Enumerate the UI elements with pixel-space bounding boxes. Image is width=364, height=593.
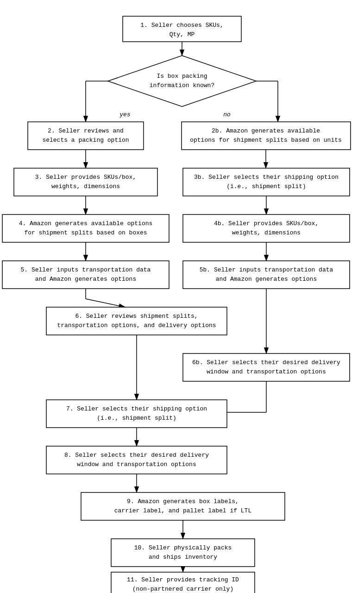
- node-4b-line1: 4b. Seller provides SKUs/box,: [214, 220, 319, 227]
- diamond-line2: information known?: [150, 82, 214, 89]
- node-3-line2: weights, dimensions: [51, 183, 120, 190]
- node-1-line1: 1. Seller chooses SKUs,: [140, 22, 223, 29]
- node-7-line1: 7. Seller selects their shipping option: [66, 405, 207, 412]
- flowchart-diagram: 1. Seller chooses SKUs, Qty, MP Is box p…: [0, 0, 364, 593]
- node-3-line1: 3. Seller provides SKUs/box,: [35, 174, 136, 181]
- node-11-line2: (non-partnered carrier only): [132, 586, 233, 593]
- node-3b-line1: 3b. Seller selects their shipping option: [194, 174, 339, 181]
- node-7-line2: (i.e., shipment split): [97, 415, 176, 422]
- yes-label: yes: [119, 111, 130, 118]
- node-3b-box: [183, 168, 350, 196]
- node-10-box: [111, 539, 255, 567]
- node-9-line1: 9. Amazon generates box labels,: [127, 498, 239, 505]
- node-6-line1: 6. Seller reviews shipment splits,: [75, 313, 198, 320]
- node-8-box: [46, 446, 227, 474]
- node-2b-line1: 2b. Amazon generates available: [212, 127, 320, 134]
- node-2b-box: [182, 122, 351, 150]
- node-9-line2: carrier label, and pallet label if LTL: [114, 507, 251, 514]
- node-9-box: [81, 492, 285, 520]
- node-6b-box: [183, 353, 350, 381]
- node-5b-box: [183, 261, 350, 289]
- node-10-line2: and ships inventory: [149, 554, 217, 561]
- no-label: no: [223, 111, 231, 118]
- node-6-box: [46, 307, 227, 335]
- node-2b-line2: options for shipment splits based on uni…: [190, 137, 342, 144]
- node-5-box: [2, 261, 169, 289]
- node-5b-line2: and Amazon generates options: [216, 276, 317, 283]
- diamond-line1: Is box packing: [157, 73, 207, 80]
- node-4b-box: [183, 214, 350, 242]
- node-7-box: [46, 400, 227, 428]
- node-6-line2: transportation options, and delivery opt…: [57, 322, 216, 329]
- node-4-line2: for shipment splits based on boxes: [24, 229, 147, 236]
- node-4-line1: 4. Amazon generates available options: [19, 220, 153, 227]
- node-1-line2: Qty, MP: [169, 31, 195, 38]
- node-5-line1: 5. Seller inputs transportation data: [21, 266, 151, 273]
- node-6b-line1: 6b. Seller selects their desired deliver…: [192, 359, 340, 366]
- node-3b-line2: (i.e., shipment split): [226, 183, 306, 190]
- node-5-line2: and Amazon generates options: [35, 276, 136, 283]
- node-8-line1: 8. Seller selects their desired delivery: [64, 452, 209, 459]
- node-11-line1: 11. Seller provides tracking ID: [127, 576, 239, 583]
- node-5b-line1: 5b. Seller inputs transportation data: [200, 266, 333, 273]
- node-2-line1: 2. Seller reviews and: [48, 127, 124, 134]
- node-10-line1: 10. Seller physically packs: [134, 544, 232, 551]
- node-2-line2: selects a packing option: [42, 137, 129, 144]
- diamond-decision: [108, 56, 256, 107]
- node-8-line2: window and transportation options: [77, 461, 196, 468]
- node-4b-line2: weights, dimensions: [232, 229, 301, 236]
- node-6b-line2: window and transportation options: [207, 368, 326, 375]
- arrow-5-6-diag: [86, 299, 125, 307]
- node-2-box: [28, 122, 144, 150]
- node-3-box: [14, 168, 157, 196]
- node-4-box: [2, 214, 169, 242]
